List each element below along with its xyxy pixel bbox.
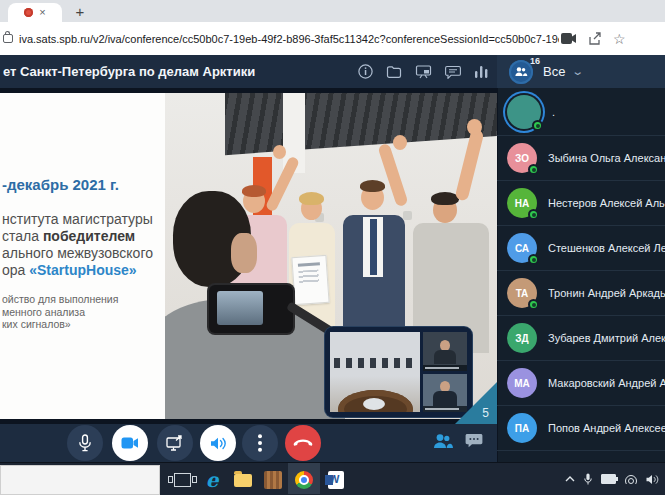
chrome-icon[interactable] [290,466,318,494]
avatar: ЗО [507,143,537,173]
certificate [291,255,329,305]
call-controls-bar [0,424,497,462]
more-options-button[interactable] [242,425,278,461]
system-tray [565,466,659,492]
participant-row[interactable]: НА Нестеров Алексей Альберт [497,181,665,226]
conference-title: ет Санкт-Петербурга по делам Арктики [3,64,255,79]
pip-speaker-feed-1 [423,332,467,371]
avatar: ЗД [507,323,537,353]
participant-row[interactable]: СА Стешенков Алексей Леони [497,226,665,271]
task-view-icon[interactable] [168,466,196,494]
ceiling [225,93,497,155]
online-status-dot [528,254,539,265]
participant-name: Макаровский Андрей Алек [548,377,665,389]
participant-row[interactable]: ЗД Зубарев Дмитрий Алексан [497,316,665,361]
pip-meeting-room-feed [330,332,420,412]
chat-icon[interactable] [445,65,461,79]
new-tab-button[interactable]: + [70,2,90,21]
slide-small-text: ойство для выполнения менного анализа ки… [2,293,118,331]
participant-name: . [552,106,555,118]
participants-filter[interactable]: Все ⌄ [497,55,665,88]
share-icon[interactable] [588,32,602,46]
participants-toggle-button[interactable] [432,433,453,449]
speaker-button[interactable] [200,425,236,461]
avatar: ПА [507,413,537,443]
participants-list: . ЗО Зыбина Ольга Александро НА Нестеров… [497,88,665,462]
participant-name: Тронин Андрей Аркадьеви [548,287,665,299]
tray-wifi-icon[interactable] [625,475,637,484]
participant-name: Нестеров Алексей Альберт [548,197,665,209]
participants-count-badge: 16 [530,56,540,66]
participant-row[interactable]: МА Макаровский Андрей Алек [497,361,665,406]
mic-button[interactable] [67,425,103,461]
slide-date: -декабрь 2021 г. [2,176,119,193]
participant-name: Зыбина Ольга Александро [548,152,665,164]
lock-icon[interactable] [3,34,13,43]
camera-in-use-icon[interactable] [561,33,577,44]
presentation-slide: -декабрь 2021 г. нститута магистратуры с… [0,93,165,419]
online-status-dot [532,120,543,131]
participants-filter-label: Все [543,64,565,79]
browser-toolbar: iva.sats.spb.ru/v2/iva/conference/cc50b0… [0,22,665,56]
tab-recording-icon [24,8,33,17]
bookmark-star-icon[interactable]: ☆ [613,31,626,47]
app-tile-icon[interactable] [259,466,287,494]
participant-row[interactable]: ТА Тронин Андрей Аркадьеви [497,271,665,316]
online-status-dot [528,209,539,220]
conference-header: ет Санкт-Петербурга по делам Арктики [0,55,497,88]
participant-name: Стешенков Алексей Леони [548,242,665,254]
participant-row[interactable]: ПА Попов Андрей Алексеевич [497,406,665,451]
avatar: НА [507,188,537,218]
word-icon[interactable] [322,466,350,494]
tray-battery-icon[interactable] [601,474,616,484]
screen: × + iva.sats.spb.ru/v2/iva/conference/cc… [0,0,665,495]
main-video-stage: -декабрь 2021 г. нститута магистратуры с… [0,88,497,424]
chevron-down-icon[interactable]: ⌄ [572,65,585,78]
stats-icon[interactable] [474,65,489,79]
browser-tabstrip: × + [0,0,665,22]
camera-screen [217,291,263,325]
participant-row[interactable]: ЗО Зыбина Ольга Александро [497,136,665,181]
online-status-dot [528,164,539,175]
tray-mic-icon[interactable] [584,473,592,485]
browser-tab[interactable]: × [8,3,62,22]
screen-share-button[interactable] [157,425,193,461]
folder-icon[interactable] [386,65,402,79]
page-number: 5 [482,406,489,420]
tab-close-icon[interactable]: × [39,7,45,18]
camera-button[interactable] [112,425,148,461]
chat-toggle-button[interactable] [465,433,483,448]
online-status-dot [528,299,539,310]
participant-row[interactable]: . [497,88,665,136]
url-bar[interactable]: iva.sats.spb.ru/v2/iva/conference/cc50b0… [19,33,559,45]
taskbar-search-input[interactable] [0,465,160,495]
tray-chevron-icon[interactable] [565,476,575,482]
board-icon[interactable] [415,64,432,79]
slide-body-text: нститута магистратуры стала победителем … [2,211,153,279]
avatar: СА [507,233,537,263]
info-icon[interactable] [358,64,373,79]
avatar [507,95,541,129]
pip-speaker-feed-2 [423,374,467,413]
tray-volume-icon[interactable] [646,474,659,485]
hangup-button[interactable] [285,425,321,461]
file-explorer-icon[interactable] [229,466,257,494]
participant-name: Зубарев Дмитрий Алексан [548,332,665,344]
participant-name: Попов Андрей Алексеевич [548,422,665,434]
pip-video-window[interactable] [325,327,472,417]
avatar: МА [507,368,537,398]
edge-icon[interactable]: e [198,466,226,494]
avatar: ТА [507,278,537,308]
